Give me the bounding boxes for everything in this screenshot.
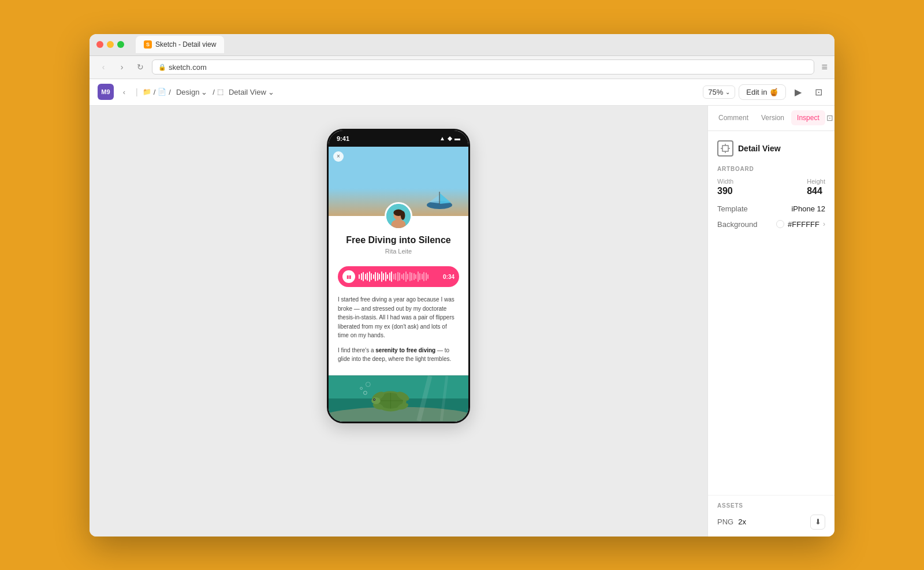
wifi-icon: ◆ — [448, 135, 452, 141]
panel-toggle-button[interactable]: ⊡ — [810, 84, 826, 100]
browser-window: S Sketch - Detail view ‹ › ↻ 🔒 sketch.co… — [90, 34, 834, 537]
url-text: sketch.com — [169, 63, 207, 72]
browser-menu-icon[interactable]: ≡ — [821, 61, 828, 73]
svg-marker-2 — [429, 195, 439, 203]
nav-bar: ‹ › ↻ 🔒 sketch.com ≡ — [90, 56, 834, 79]
audio-waveform — [359, 271, 439, 282]
lock-icon: 🔒 — [158, 64, 166, 71]
panel-artboard-header: Detail View — [717, 140, 825, 157]
play-button[interactable]: ▶ — [789, 83, 807, 100]
audio-player[interactable]: ▮▮ 0:34 — [338, 266, 459, 287]
zoom-control[interactable]: 75% ⌄ — [703, 85, 735, 99]
height-label: Height — [807, 178, 825, 185]
design-chevron-icon: ⌄ — [201, 88, 207, 96]
panel-content: Detail View ARTBOARD Width 390 Height 84… — [708, 131, 834, 495]
browser-tab[interactable]: S Sketch - Detail view — [136, 36, 224, 53]
template-label: Template — [717, 204, 748, 213]
canvas-area: 9:41 ▲ ◆ ▬ × — [90, 106, 707, 537]
url-bar[interactable]: 🔒 sketch.com — [152, 59, 814, 74]
panel-tabs: Comment Version Inspect ⊡ — [708, 106, 834, 131]
download-button[interactable]: ⬇ — [810, 515, 825, 530]
edit-in-button[interactable]: Edit in 🍯 — [739, 84, 786, 100]
template-value: iPhone 12 — [791, 204, 825, 213]
breadcrumb: 📁 / 📄 / Design ⌄ / ⬚ Detail View ⌄ — [143, 86, 277, 98]
maximize-button[interactable] — [117, 41, 124, 48]
breadcrumb-divider-3: / — [213, 88, 215, 96]
traffic-lights — [96, 41, 124, 48]
article-para-1: I started free diving a year ago because… — [338, 295, 459, 340]
detail-view-dropdown[interactable]: Detail View ⌄ — [226, 86, 277, 98]
background-swatch-row[interactable]: #FFFFFF › — [776, 220, 825, 229]
width-label: Width — [717, 178, 733, 185]
app-toolbar: M9 ‹ | 📁 / 📄 / Design ⌄ / ⬚ Detail View … — [90, 79, 834, 106]
title-bar: S Sketch - Detail view — [90, 34, 834, 56]
refresh-button[interactable]: ↻ — [133, 60, 147, 74]
right-panel: Comment Version Inspect ⊡ — [707, 106, 834, 537]
svg-point-8 — [401, 211, 405, 219]
edit-label: Edit in 🍯 — [746, 88, 778, 96]
forward-button[interactable]: › — [115, 60, 129, 74]
tab-bar: S Sketch - Detail view — [136, 36, 828, 53]
tab-title: Sketch - Detail view — [155, 40, 216, 49]
width-group: Width 390 — [717, 178, 733, 196]
svg-rect-28 — [722, 146, 728, 151]
tab-comment[interactable]: Comment — [713, 110, 754, 125]
app-logo: M9 — [98, 84, 114, 100]
profile-avatar — [385, 202, 412, 230]
main-content: 9:41 ▲ ◆ ▬ × — [90, 106, 834, 537]
breadcrumb-detail-view: Detail View — [229, 88, 266, 96]
audio-time: 0:34 — [443, 274, 454, 280]
minimize-button[interactable] — [107, 41, 114, 48]
back-button[interactable]: ‹ — [96, 60, 110, 74]
article-body: I started free diving a year ago because… — [329, 293, 468, 375]
status-time: 9:41 — [337, 135, 349, 142]
artboard-panel-icon — [717, 140, 733, 157]
detail-view-chevron-icon: ⌄ — [268, 88, 274, 96]
panel-toggle-icon: ⊡ — [815, 87, 822, 98]
turtle-svg — [329, 375, 468, 422]
background-swatch — [776, 220, 784, 228]
panel-layout-button[interactable]: ⊡ — [826, 110, 833, 125]
article-title: Free Diving into Silence — [346, 234, 450, 247]
artboard-icon-svg — [721, 144, 730, 153]
article-turtle-image — [329, 375, 468, 422]
toolbar-back-button[interactable]: ‹ — [117, 85, 131, 99]
height-group: Height 844 — [807, 178, 825, 196]
divider-1: | — [136, 87, 138, 96]
close-button[interactable] — [96, 41, 103, 48]
zoom-chevron-icon: ⌄ — [725, 89, 730, 95]
dimensions-row: Width 390 Height 844 — [717, 178, 825, 196]
design-dropdown[interactable]: Design ⌄ — [173, 86, 210, 98]
tab-version[interactable]: Version — [755, 110, 790, 125]
assets-left: PNG 2x — [717, 517, 746, 526]
svg-marker-1 — [439, 193, 451, 204]
assets-label: ASSETS — [717, 502, 825, 509]
artboard-name: Detail View — [738, 144, 781, 153]
para2-prefix: I find there's a — [338, 347, 375, 353]
article-author: Rita Leite — [385, 248, 412, 255]
avatar-svg — [386, 203, 411, 229]
status-icons: ▲ ◆ ▬ — [439, 135, 460, 141]
breadcrumb-divider-1: / — [154, 88, 156, 96]
phone-status-bar: 9:41 ▲ ◆ ▬ — [329, 131, 468, 147]
close-overlay-button[interactable]: × — [333, 151, 344, 162]
folder-icon: 📁 — [143, 88, 151, 96]
background-hex: #FFFFFF — [788, 220, 819, 229]
assets-section: ASSETS PNG 2x ⬇ — [708, 495, 834, 537]
profile-section: Free Diving into Silence Rita Leite — [329, 216, 468, 261]
para2-bold: serenity to free diving — [375, 347, 435, 353]
breadcrumb-design: Design — [176, 88, 199, 96]
assets-scale: 2x — [738, 517, 746, 526]
svg-point-22 — [374, 399, 375, 400]
height-value: 844 — [807, 186, 825, 196]
play-icon: ▶ — [795, 87, 802, 98]
file-icon: 📄 — [158, 88, 166, 96]
download-icon: ⬇ — [815, 517, 821, 526]
assets-row: PNG 2x ⬇ — [717, 515, 825, 530]
phone-mockup: 9:41 ▲ ◆ ▬ × — [327, 129, 470, 423]
tab-inspect[interactable]: Inspect — [791, 110, 825, 125]
background-row: Background #FFFFFF › — [717, 220, 825, 229]
phone-content: × — [329, 147, 468, 422]
battery-icon: ▬ — [454, 135, 460, 141]
audio-play-icon[interactable]: ▮▮ — [342, 270, 355, 283]
